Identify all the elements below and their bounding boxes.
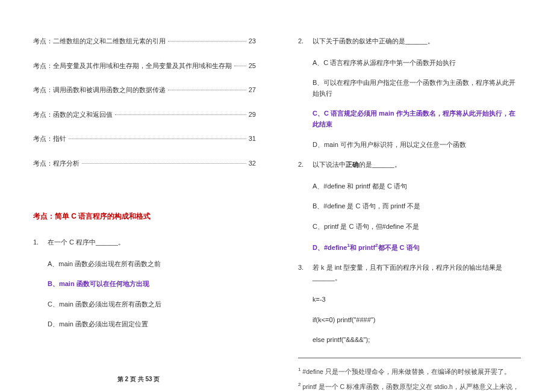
- question-stem: 以下说法中正确的是______。: [313, 160, 521, 170]
- question-number: 2.: [298, 36, 313, 47]
- question-stem: 以下关于函数的叙述中正确的是______。: [313, 36, 521, 47]
- toc-page: 25: [249, 61, 256, 71]
- option-b: B、可以在程序中由用户指定任意一个函数作为主函数，程序将从此开始执行: [313, 78, 521, 99]
- footnote-text: printf 是一个 C 标准库函数，函数原型定义在 stdio.h，从严格意义…: [298, 383, 519, 392]
- option-d: D、main 可作为用户标识符，用以定义任意一个函数: [313, 140, 521, 151]
- toc-leader: [115, 114, 246, 115]
- toc-item: 考点：函数的定义和返回值 29: [33, 110, 256, 120]
- question-number: 2.: [298, 160, 313, 170]
- toc-text: 考点：指针: [33, 134, 66, 144]
- option-b-answer: B、main 函数可以在任何地方出现: [48, 279, 256, 290]
- question-number: 1.: [33, 237, 48, 248]
- footnote-text: #define 只是一个预处理命令，用来做替换，在编译的时候被展开罢了。: [300, 367, 510, 375]
- document-page: 考点：二维数组的定义和二维数组元素的引用 23 考点：全局变量及其作用域和生存期…: [0, 0, 554, 392]
- option-d: D、main 函数必须出现在固定位置: [48, 319, 256, 330]
- toc-page: 31: [249, 134, 256, 144]
- toc-item: 考点：调用函数和被调用函数之间的数据传递 27: [33, 85, 256, 95]
- question-number: 3.: [298, 263, 313, 284]
- toc-item: 考点：程序分析 32: [33, 158, 256, 169]
- toc-text: 考点：全局变量及其作用域和生存期，全局变量及其作用域和生存期: [33, 61, 232, 71]
- option-a: A、C 语言程序将从源程序中第一个函数开始执行: [313, 58, 521, 69]
- footnote-2: 2 printf 是一个 C 标准库函数，函数原型定义在 stdio.h，从严格…: [298, 381, 521, 392]
- code-line: k=-3: [313, 294, 521, 305]
- question-stem: 在一个 C 程序中______。: [48, 237, 256, 248]
- footnote-separator: [298, 358, 521, 358]
- toc-text: 考点：二维数组的定义和二维数组元素的引用: [33, 36, 166, 46]
- toc-leader: [234, 66, 246, 66]
- option-c-answer: C、C 语言规定必须用 main 作为主函数名，程序将从此开始执行，在此结束: [313, 108, 521, 129]
- d-mid: 和 printf: [350, 243, 375, 250]
- question-2: 2. 以下关于函数的叙述中正确的是______。: [298, 36, 521, 47]
- question-stem: 若 k 是 int 型变量，且有下面的程序片段，程序片段的输出结果是______…: [313, 263, 521, 284]
- option-d-answer: D、#define1和 printf2都不是 C 语句: [313, 242, 521, 253]
- toc-leader: [69, 138, 246, 139]
- toc-page: 23: [249, 36, 256, 46]
- stem-post: 的是______。: [359, 161, 401, 168]
- toc-text: 考点：程序分析: [33, 158, 79, 169]
- question-4: 3. 若 k 是 int 型变量，且有下面的程序片段，程序片段的输出结果是___…: [298, 263, 521, 284]
- footer-suffix: 页: [152, 376, 160, 382]
- option-c: C、printf 是 C 语句，但#define 不是: [313, 222, 521, 232]
- footer-prefix: 第: [117, 376, 125, 382]
- toc-item: 考点：全局变量及其作用域和生存期，全局变量及其作用域和生存期 25: [33, 61, 256, 71]
- toc-text: 考点：调用函数和被调用函数之间的数据传递: [33, 85, 166, 95]
- footnote-1: 1 #define 只是一个预处理命令，用来做替换，在编译的时候被展开罢了。: [298, 366, 521, 377]
- toc-item: 考点：指针 31: [33, 134, 256, 144]
- right-column: 2. 以下关于函数的叙述中正确的是______。 A、C 语言程序将从源程序中第…: [277, 0, 554, 392]
- toc-leader: [168, 41, 246, 42]
- toc-leader: [82, 163, 246, 164]
- stem-pre: 以下说法中: [313, 161, 346, 168]
- toc-page: 29: [249, 110, 256, 120]
- toc-text: 考点：函数的定义和返回值: [33, 110, 113, 120]
- d-pre: D、#define: [313, 243, 347, 250]
- section-heading: 考点：简单 C 语言程序的构成和格式: [33, 211, 256, 222]
- footer-mid: 页 共: [128, 376, 145, 382]
- stem-bold: 正确: [346, 161, 359, 168]
- code-line: if(k<=0) printf("####"): [313, 315, 521, 326]
- option-b: B、#define 是 C 语句，而 printf 不是: [313, 201, 521, 212]
- option-a: A、main 函数必须出现在所有函数之前: [48, 259, 256, 270]
- question-3: 2. 以下说法中正确的是______。: [298, 160, 521, 170]
- left-column: 考点：二维数组的定义和二维数组元素的引用 23 考点：全局变量及其作用域和生存期…: [0, 0, 277, 392]
- toc-leader: [168, 90, 246, 90]
- toc-page: 32: [249, 158, 256, 169]
- question-1: 1. 在一个 C 程序中______。: [33, 237, 256, 248]
- option-c: C、main 函数必须出现在所有函数之后: [48, 299, 256, 310]
- toc-item: 考点：二维数组的定义和二维数组元素的引用 23: [33, 36, 256, 46]
- footer-total-pages: 53: [145, 376, 152, 382]
- option-a: A、#define 和 printf 都是 C 语句: [313, 181, 521, 192]
- toc-page: 27: [249, 85, 256, 95]
- page-footer: 第 2 页 共 53 页: [0, 375, 277, 384]
- d-post: 都不是 C 语句: [378, 243, 420, 250]
- code-line: else printf("&&&&");: [313, 335, 521, 346]
